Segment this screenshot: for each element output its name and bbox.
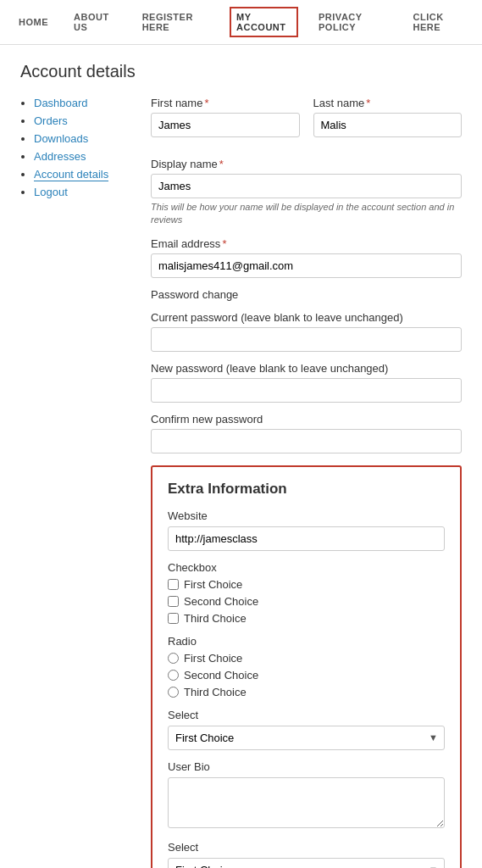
nav-about[interactable]: ABOUT US bbox=[69, 8, 122, 36]
nav-register[interactable]: REGISTER HERE bbox=[137, 8, 214, 36]
checkbox-label-3: Third Choice bbox=[184, 612, 247, 625]
checkbox-input-2[interactable] bbox=[168, 596, 179, 607]
extra-information-box: Extra Information Website Checkbox First… bbox=[151, 465, 462, 868]
radio-option-2[interactable]: Second Choice bbox=[168, 669, 445, 682]
checkbox-group-container: Checkbox First Choice Second Choice T bbox=[168, 561, 445, 625]
select1-wrapper: First Choice Second Choice Third Choice … bbox=[168, 726, 445, 750]
last-name-input[interactable] bbox=[313, 113, 463, 137]
radio-label-1: First Choice bbox=[184, 652, 242, 665]
radio-section-label: Radio bbox=[168, 635, 445, 648]
sidebar-item-addresses[interactable]: Addresses bbox=[34, 150, 130, 163]
checkbox-section-label: Checkbox bbox=[168, 561, 445, 574]
select2-group: Select First Choice Second Choice Third … bbox=[168, 841, 445, 868]
display-name-hint: This will be how your name will be displ… bbox=[151, 201, 462, 227]
user-bio-textarea[interactable] bbox=[168, 777, 445, 828]
select1-input[interactable]: First Choice Second Choice Third Choice bbox=[168, 726, 445, 750]
checkbox-options: First Choice Second Choice Third Choice bbox=[168, 578, 445, 625]
nav-my-account[interactable]: MY ACCOUNT bbox=[230, 7, 298, 37]
radio-option-1[interactable]: First Choice bbox=[168, 652, 445, 665]
select2-label: Select bbox=[168, 841, 445, 854]
password-section-label: Password change bbox=[151, 288, 462, 301]
last-name-label: Last name* bbox=[313, 97, 463, 109]
sidebar: Dashboard Orders Downloads Addresses Acc… bbox=[20, 97, 130, 868]
checkbox-option-2[interactable]: Second Choice bbox=[168, 595, 445, 608]
sidebar-item-orders[interactable]: Orders bbox=[34, 114, 130, 127]
website-input[interactable] bbox=[168, 526, 445, 551]
extra-info-title: Extra Information bbox=[168, 481, 445, 498]
top-navigation: HOME ABOUT US REGISTER HERE MY ACCOUNT P… bbox=[0, 0, 482, 45]
current-password-input[interactable] bbox=[151, 327, 462, 352]
confirm-password-label: Confirm new password bbox=[151, 413, 462, 426]
email-label: Email address* bbox=[151, 237, 462, 250]
radio-group-container: Radio First Choice Second Choice Thir bbox=[168, 635, 445, 698]
radio-label-3: Third Choice bbox=[184, 686, 247, 698]
account-form: First name* Last name* Display name* Th bbox=[151, 97, 462, 868]
sidebar-item-account-details[interactable]: Account details bbox=[34, 168, 130, 181]
page-title: Account details bbox=[20, 62, 462, 81]
sidebar-item-logout[interactable]: Logout bbox=[34, 186, 130, 198]
first-name-label: First name* bbox=[151, 97, 300, 109]
nav-home[interactable]: HOME bbox=[14, 14, 53, 31]
sidebar-item-dashboard[interactable]: Dashboard bbox=[34, 97, 130, 109]
website-group: Website bbox=[168, 509, 445, 551]
checkbox-label-1: First Choice bbox=[184, 578, 242, 591]
sidebar-item-downloads[interactable]: Downloads bbox=[34, 132, 130, 145]
first-name-input[interactable] bbox=[151, 113, 300, 137]
radio-option-3[interactable]: Third Choice bbox=[168, 686, 445, 698]
checkbox-label-2: Second Choice bbox=[184, 595, 258, 608]
website-label: Website bbox=[168, 509, 445, 522]
radio-input-2[interactable] bbox=[168, 670, 179, 681]
display-name-label: Display name* bbox=[151, 158, 462, 170]
user-bio-group: User Bio bbox=[168, 760, 445, 831]
checkbox-input-3[interactable] bbox=[168, 613, 179, 624]
radio-input-3[interactable] bbox=[168, 687, 179, 698]
select2-input[interactable]: First Choice Second Choice Third Choice bbox=[168, 858, 445, 868]
nav-click-here[interactable]: CLICK HERE bbox=[408, 8, 469, 36]
radio-options: First Choice Second Choice Third Choice bbox=[168, 652, 445, 698]
select1-label: Select bbox=[168, 709, 445, 721]
select2-wrapper: First Choice Second Choice Third Choice … bbox=[168, 858, 445, 868]
confirm-password-input[interactable] bbox=[151, 429, 462, 453]
current-password-label: Current password (leave blank to leave u… bbox=[151, 311, 462, 324]
checkbox-input-1[interactable] bbox=[168, 579, 179, 590]
checkbox-option-3[interactable]: Third Choice bbox=[168, 612, 445, 625]
nav-privacy[interactable]: PRIVACY POLICY bbox=[313, 8, 392, 36]
select1-group: Select First Choice Second Choice Third … bbox=[168, 709, 445, 750]
radio-label-2: Second Choice bbox=[184, 669, 258, 682]
new-password-input[interactable] bbox=[151, 378, 462, 403]
user-bio-label: User Bio bbox=[168, 760, 445, 773]
display-name-input[interactable] bbox=[151, 174, 462, 198]
new-password-label: New password (leave blank to leave uncha… bbox=[151, 362, 462, 375]
radio-input-1[interactable] bbox=[168, 653, 179, 664]
checkbox-option-1[interactable]: First Choice bbox=[168, 578, 445, 591]
email-input[interactable] bbox=[151, 253, 462, 278]
